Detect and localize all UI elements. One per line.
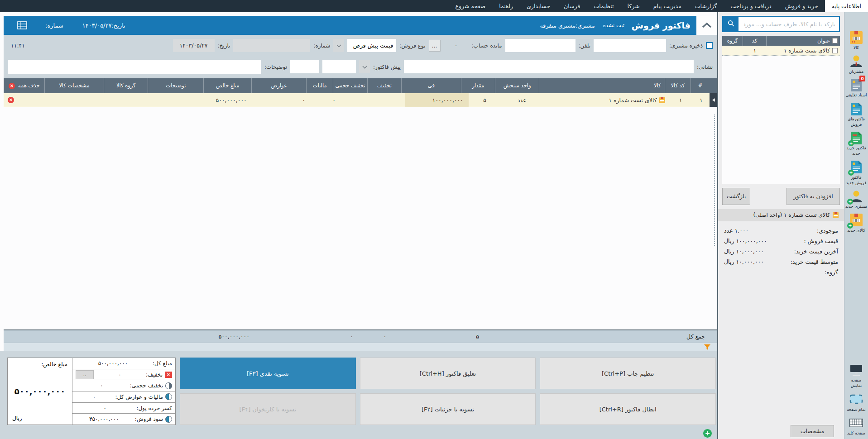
menu-item-reports[interactable]: گزارشات [688,0,724,12]
tool-new-product[interactable]: + کالای جدید [845,213,867,234]
sale-type-field[interactable] [347,39,396,52]
bottom-action-zone: تنظیم چاپ [Ctrl+P] ابطال فاکتور [Ctrl+R]… [0,351,717,439]
menu-item-help[interactable]: راهنما [492,0,520,12]
number-dropdown-button[interactable] [333,39,344,52]
summary-label: مبلغ کل: [153,360,172,367]
tool-customers[interactable]: مشتریان [845,54,867,75]
totals-unit [494,330,537,343]
suspend-invoice-button[interactable]: تعلیق فاکتور [Ctrl+H] [360,358,536,389]
row-selector[interactable] [710,93,717,107]
tax-duty-toggle-icon[interactable] [165,393,172,400]
add-to-invoice-button[interactable]: افزودن به فاکتور [786,188,840,205]
header-customer: مشتری:مشتری متفرقه [540,22,595,29]
tool-label: مشتریان [849,69,863,75]
invoice-header-bar: فاکتور فروش ثبت نشده مشتری:مشتری متفرقه … [4,16,717,35]
info-value: ۱۰,۰۰۰,۰۰۰ ریال [724,248,764,255]
menu-item-receive-pay[interactable]: دریافت و پرداخت [724,0,778,12]
search-button[interactable] [723,17,739,31]
tool-display-screen[interactable]: صفحه نمایش [845,363,867,388]
delete-row-button[interactable]: × [8,97,14,103]
cell-unit-price[interactable]: ۱۰۰,۰۰۰,۰۰۰ [405,93,469,107]
settle-details-button[interactable]: تسویه با جزئیات [F۲] [360,393,536,425]
cell-qty[interactable]: ۵ [469,93,501,107]
profit-toggle-icon[interactable] [165,416,172,423]
menu-item-farsan[interactable]: فرسان [557,0,587,12]
column-header-group: گروه کالا [104,78,148,93]
tool-label: فاکتور فروش جدید [845,175,867,186]
volume-discount-toggle-icon[interactable] [165,382,172,389]
tool-label: صفحه کلید [847,431,865,436]
table-row[interactable]: ۱ ۱ کالای تست شماره ۱ عدد ۵ ۱۰۰,۰۰۰,۰۰۰ … [4,93,717,107]
proforma-number-field[interactable] [290,60,319,73]
grid-view-icon[interactable] [17,21,27,29]
tool-label: مشتری جدید [845,204,867,210]
tool-suspended-documents[interactable]: 0 اسناد تعلیقی [845,78,867,98]
cell-notes[interactable] [147,93,201,107]
delete-all-icon[interactable]: × [9,83,15,89]
proforma-dropdown-button[interactable] [359,60,370,73]
date-field[interactable]: ۱۴۰۳/۰۵/۲۷ [173,39,215,52]
header-date: تاریخ:۱۴۰۳/۰۵/۲۷ [82,22,125,29]
save-customer-checkbox[interactable] [706,42,713,49]
add-row-button[interactable]: + [703,429,712,438]
tool-sales-invoices[interactable]: فاکتورهای فروش [845,102,867,127]
cash-settle-button[interactable]: تسویه نقدی [F۳] [180,358,356,389]
menu-item-accounting[interactable]: حسابداری [520,0,557,12]
select-all-checkbox[interactable] [832,38,838,43]
info-row-avg-purchase-price: متوسط قیمت خرید: ۱۰,۰۰۰,۰۰۰ ریال [718,257,844,267]
void-invoice-button[interactable]: ابطال فاکتور [Ctrl+R] [540,393,716,425]
row-checkbox[interactable] [832,48,838,53]
menu-item-settings[interactable]: تنظیمات [587,0,620,12]
sale-type-more-button[interactable]: ... [429,40,441,52]
totals-tail [4,330,202,343]
cell-group [104,93,146,107]
balance-value: ۰ [444,42,469,49]
menu-item-buy-sell[interactable]: خرید و فروش [778,0,825,12]
info-row-sale-price: قیمت فروش : ۱۰۰,۰۰۰,۰۰۰ ریال [718,236,844,246]
tool-new-purchase-invoice[interactable]: + فاکتور خرید جدید [845,131,867,156]
summary-label: کسر خرده پول: [136,405,172,411]
phone-field[interactable] [505,39,575,52]
print-setup-button[interactable]: تنظیم چاپ [Ctrl+P] [540,358,716,389]
menu-item-partners[interactable]: شرکا [621,0,647,12]
proforma-field[interactable] [322,60,356,73]
info-value: ۱۰۰,۰۰۰,۰۰۰ ریال [724,238,767,244]
app-window: اطلاعات پایه خرید و فروش دریافت و پرداخت… [0,0,868,439]
tool-keyboard[interactable]: صفحه کلید [845,416,867,436]
column-header-code: کد [743,36,767,46]
column-header-delete-all: حذف همه × [4,78,44,93]
search-row [718,12,844,35]
customer-name-field[interactable] [594,39,666,52]
tool-new-customer[interactable]: + مشتری جدید [845,189,867,210]
summary-label: تخفیف حجمی: [130,382,163,389]
back-button[interactable]: بازگشت [722,188,750,205]
tool-fullscreen[interactable]: تمام صفحه [845,392,867,413]
menu-item-start-page[interactable]: صفحه شروع [449,0,493,12]
filter-icon[interactable] [704,344,711,350]
menu-item-message-management[interactable]: مدیریت پیام [647,0,688,12]
product-list-row[interactable]: کالای تست شماره ۱ ۱ [722,46,840,56]
edit-discount-button[interactable]: .. [76,370,94,379]
delete-all-label: حذف همه [18,83,40,89]
chevron-down-icon [336,43,341,49]
clear-discount-button[interactable]: × [165,372,172,378]
cell-item-name: کالای تست شماره ۱ [609,97,657,104]
form-row-2: نشانی: پیش فاکتور: توضیحات: [8,60,713,74]
search-input[interactable] [739,17,839,31]
table-scrollbar[interactable] [714,115,715,246]
summary-row-profit: سود فروش: ۴۵۰,۰۰۰,۰۰۰ [72,414,175,425]
info-value: ۱,۰۰۰ عدد [724,227,748,234]
column-header-num: # [691,78,710,93]
collapse-header-button[interactable] [696,16,717,35]
address-field[interactable] [404,60,694,73]
notes-field[interactable] [8,60,261,74]
info-value: ۱۰,۰۰۰,۰۰۰ ریال [724,258,764,265]
specs-button[interactable]: مشخصات [791,425,834,437]
menu-item-base-info[interactable]: اطلاعات پایه [825,0,868,12]
cell-discount[interactable] [373,93,405,107]
totals-qty: ۵ [461,330,494,343]
tool-products[interactable]: کالا [845,30,867,51]
content-row: کالا مشتریان 0 اسناد تعلیقی فاکتورهای [0,12,868,439]
page-title: فاکتور فروش [632,20,691,30]
tool-new-sales-invoice[interactable]: + فاکتور فروش جدید [845,160,867,186]
